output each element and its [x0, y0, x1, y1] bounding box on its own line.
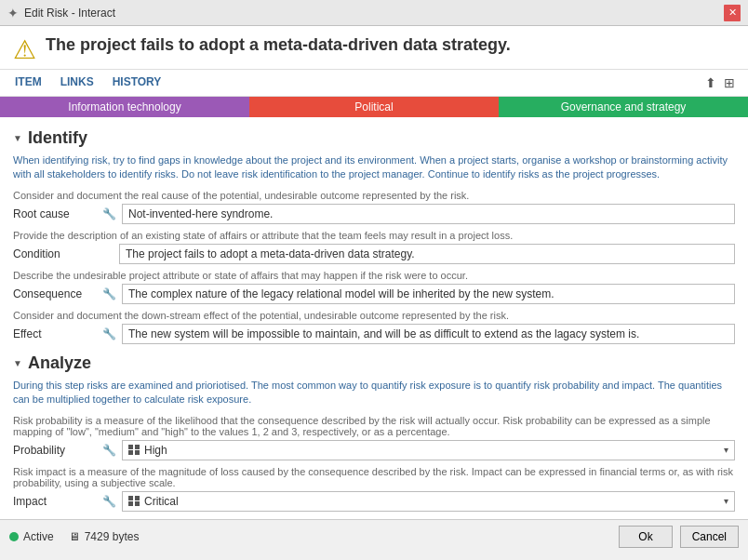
tab-history[interactable]: HISTORY [111, 70, 164, 96]
consequence-row: Consequence 🔧 [13, 284, 735, 304]
active-label: Active [23, 530, 54, 543]
identify-intro: When identifying risk, try to find gaps … [13, 153, 735, 182]
condition-label: Condition [13, 247, 97, 260]
warning-header: ⚠ The project fails to adopt a meta-data… [0, 26, 748, 70]
probability-label: Probability [13, 444, 97, 457]
category-pills: Information technology Political Governa… [0, 97, 748, 117]
status-bar: Active 🖥 7429 bytes Ok Cancel [0, 519, 748, 553]
probability-dropdown-arrow: ▾ [724, 445, 728, 455]
effect-icon[interactable]: 🔧 [102, 327, 116, 340]
app-icon: ✦ [7, 6, 19, 20]
identify-section-header: ▼ Identify [13, 128, 735, 148]
title-bar: ✦ Edit Risk - Interact ✕ [0, 0, 748, 26]
condition-desc: Provide the description of an existing s… [13, 230, 735, 241]
bytes-value: 7429 bytes [85, 530, 140, 543]
root-cause-icon[interactable]: 🔧 [102, 207, 116, 220]
status-bytes: 🖥 7429 bytes [69, 530, 140, 543]
effect-row: Effect 🔧 [13, 324, 735, 344]
category-it[interactable]: Information technology [0, 97, 249, 117]
probability-icon[interactable]: 🔧 [102, 444, 116, 457]
tab-links[interactable]: LINKS [59, 70, 96, 96]
risk-title: The project fails to adopt a meta-data-d… [46, 35, 511, 55]
consequence-input[interactable] [122, 284, 735, 304]
condition-input[interactable] [119, 244, 735, 264]
root-cause-desc: Consider and document the real cause of … [13, 190, 735, 201]
impact-dropdown-arrow: ▾ [724, 496, 728, 506]
condition-row: Condition [13, 244, 735, 264]
cancel-button[interactable]: Cancel [680, 526, 739, 548]
warning-icon: ⚠ [13, 37, 36, 63]
impact-select[interactable]: Critical ▾ [122, 491, 735, 512]
category-political[interactable]: Political [249, 97, 499, 117]
consequence-label: Consequence [13, 287, 97, 300]
status-active: Active [9, 530, 54, 543]
effect-desc: Consider and document the down-stream ef… [13, 310, 735, 321]
content-area: ▼ Identify When identifying risk, try to… [0, 117, 748, 519]
root-cause-row: Root cause 🔧 [13, 204, 735, 224]
chip-icon: 🖥 [69, 530, 80, 543]
tab-item[interactable]: ITEM [13, 70, 44, 96]
effect-label: Effect [13, 327, 97, 340]
impact-desc: Risk impact is a measure of the magnitud… [13, 466, 735, 488]
ok-button[interactable]: Ok [619, 526, 672, 548]
analyze-triangle: ▼ [13, 358, 22, 368]
impact-value: Critical [144, 495, 179, 508]
close-button[interactable]: ✕ [724, 5, 741, 21]
root-cause-input[interactable] [122, 204, 735, 224]
impact-row: Impact 🔧 Critical ▾ [13, 491, 735, 512]
analyze-title: Analyze [28, 353, 91, 373]
analyze-intro: During this step risks are examined and … [13, 379, 735, 407]
grid-icon[interactable]: ⊞ [724, 75, 735, 90]
consequence-desc: Describe the undesirable project attribu… [13, 270, 735, 281]
consequence-icon[interactable]: 🔧 [102, 287, 116, 300]
content-scroll[interactable]: ▼ Identify When identifying risk, try to… [0, 117, 748, 519]
export-icon[interactable]: ⬆ [705, 75, 716, 90]
probability-value: High [144, 444, 167, 457]
root-cause-label: Root cause [13, 207, 97, 220]
active-indicator [9, 532, 19, 541]
identify-title: Identify [28, 128, 87, 148]
effect-input[interactable] [122, 324, 735, 344]
window-title: Edit Risk - Interact [24, 7, 115, 20]
probability-desc: Risk probability is a measure of the lik… [13, 415, 735, 437]
tabs-row: ITEM LINKS HISTORY ⬆ ⊞ [0, 70, 748, 97]
probability-select[interactable]: High ▾ [122, 440, 735, 460]
analyze-section-header: ▼ Analyze [13, 353, 735, 373]
identify-triangle: ▼ [13, 133, 22, 143]
category-gov[interactable]: Governance and strategy [499, 97, 748, 117]
impact-label: Impact [13, 495, 97, 508]
impact-icon[interactable]: 🔧 [102, 495, 116, 508]
probability-row: Probability 🔧 High ▾ [13, 440, 735, 460]
